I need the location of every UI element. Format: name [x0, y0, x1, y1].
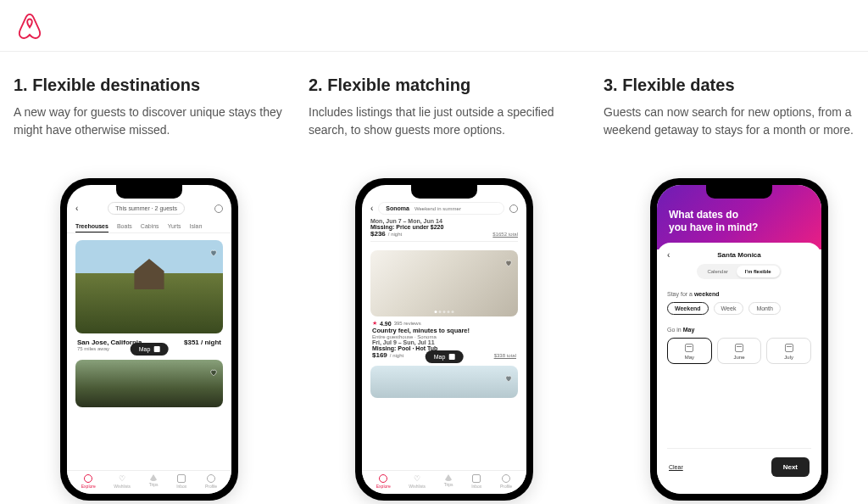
wishlist-heart-icon[interactable]: [504, 255, 513, 264]
phone-screen: ‹ This summer · 2 guests Treehouses Boat…: [67, 185, 231, 494]
map-toggle-button[interactable]: Map: [131, 343, 169, 356]
airbnb-logo-icon[interactable]: [17, 27, 42, 42]
listing-photo[interactable]: [75, 240, 223, 333]
wishlist-heart-icon[interactable]: [209, 365, 218, 373]
calendar-flexible-segment: Calendar I'm flexible: [697, 264, 781, 279]
heart-icon: ♡: [414, 474, 420, 483]
listing-rating: 4.90: [380, 321, 392, 327]
month-july-card[interactable]: July: [766, 338, 811, 364]
stay-month-pill[interactable]: Month: [748, 302, 780, 315]
stay-week-pill[interactable]: Week: [714, 302, 744, 315]
listing-photo-partial[interactable]: [75, 360, 223, 407]
month-may-card[interactable]: May: [667, 338, 712, 364]
profile-icon: [502, 474, 510, 483]
tab-boats[interactable]: Boats: [117, 223, 132, 232]
photo-pager-dots: [435, 311, 454, 313]
nav-inbox[interactable]: Inbox: [176, 474, 186, 489]
sheet-footer: Clear Next: [667, 448, 811, 485]
map-icon: [448, 354, 454, 360]
map-toggle-button[interactable]: Map: [426, 350, 464, 363]
listing-price: $351 / night: [184, 339, 221, 346]
phone-notch: [116, 185, 182, 199]
chat-icon: [177, 474, 186, 483]
filter-icon[interactable]: [214, 204, 223, 213]
phone-mockup-3: What dates do you have in mind? ‹ Santa …: [650, 178, 828, 501]
search-icon: [379, 474, 387, 483]
clear-button[interactable]: Clear: [669, 464, 683, 470]
logo-icon: [444, 474, 453, 481]
bottom-sheet: ‹ Santa Monica Calendar I'm flexible Sta…: [657, 243, 821, 494]
nav-explore[interactable]: Explore: [81, 474, 96, 489]
map-icon: [153, 346, 159, 352]
treehouse-illustration: [131, 259, 168, 289]
nav-wishlists[interactable]: ♡Wishlists: [114, 474, 131, 489]
tab-islands[interactable]: Islan: [190, 223, 203, 232]
listing-total: $338 total: [494, 353, 516, 358]
search-summary-text: This summer · 2 guests: [115, 205, 177, 211]
tab-yurts[interactable]: Yurts: [168, 223, 181, 232]
sheet-title: Santa Monica: [717, 251, 761, 259]
segment-calendar[interactable]: Calendar: [698, 266, 736, 277]
bottom-nav: Explore ♡Wishlists Trips Inbox Profile: [362, 470, 526, 494]
profile-icon: [207, 474, 215, 483]
nav-trips[interactable]: Trips: [444, 474, 453, 489]
listing-dates: Fri, Jul 9 – Sun, Jul 11: [372, 339, 516, 345]
feature-title: 3. Flexible dates: [604, 76, 868, 95]
phone-screen: What dates do you have in mind? ‹ Santa …: [657, 185, 821, 494]
back-icon[interactable]: ‹: [667, 250, 670, 260]
listing-photo-partial[interactable]: [370, 366, 518, 398]
listing-photo[interactable]: [370, 250, 518, 316]
tab-treehouses[interactable]: Treehouses: [75, 223, 108, 232]
feature-col-3: 3. Flexible dates Guests can now search …: [604, 76, 868, 501]
back-icon[interactable]: ‹: [75, 204, 78, 213]
calendar-icon: [685, 344, 693, 352]
chat-icon: [472, 474, 481, 483]
nav-wishlists[interactable]: ♡Wishlists: [409, 474, 426, 489]
feature-desc: A new way for guests to discover unique …: [14, 104, 285, 158]
logo-icon: [149, 474, 158, 481]
tab-cabins[interactable]: Cabins: [141, 223, 159, 232]
search-summary-pill[interactable]: This summer · 2 guests: [108, 202, 185, 215]
nav-profile[interactable]: Profile: [205, 474, 217, 489]
star-icon: ★: [372, 320, 377, 327]
phone-screen: ‹ Sonoma Weekend in summer Mon, Jun 7 – …: [362, 185, 526, 494]
listing-card-partial[interactable]: Mon, Jun 7 – Mon, Jun 14 Missing: Price …: [370, 218, 518, 242]
bottom-nav: Explore ♡Wishlists Trips Inbox Profile: [67, 470, 231, 494]
hero-line-2: you have in mind?: [669, 221, 810, 234]
nav-explore[interactable]: Explore: [376, 474, 391, 489]
phone-notch: [706, 185, 772, 199]
back-icon[interactable]: ‹: [370, 204, 373, 213]
stay-weekend-pill[interactable]: Weekend: [667, 302, 709, 315]
feature-desc: Includes listings that lie just outside …: [309, 104, 580, 158]
feature-col-2: 2. Flexible matching Includes listings t…: [309, 76, 580, 501]
go-in-label: Go in May: [667, 327, 694, 333]
nav-trips[interactable]: Trips: [149, 474, 159, 489]
listing-dates: Mon, Jun 7 – Mon, Jun 14: [370, 218, 518, 224]
phone-notch: [411, 185, 477, 199]
month-june-card[interactable]: June: [717, 338, 762, 364]
phone-mockup-2: ‹ Sonoma Weekend in summer Mon, Jun 7 – …: [355, 178, 533, 501]
phone-mockup-1: ‹ This summer · 2 guests Treehouses Boat…: [60, 178, 238, 501]
site-header: [0, 0, 868, 52]
calendar-icon: [735, 344, 743, 352]
nav-profile[interactable]: Profile: [500, 474, 512, 489]
divider: [67, 232, 231, 233]
nav-inbox[interactable]: Inbox: [471, 474, 481, 489]
listing-title: Country feel, minutes to square!: [372, 327, 516, 334]
segment-flexible[interactable]: I'm flexible: [737, 266, 780, 277]
heart-icon: ♡: [119, 474, 125, 483]
category-tabs: Treehouses Boats Cabins Yurts Islan: [67, 218, 231, 232]
wishlist-heart-icon[interactable]: [209, 245, 218, 254]
month-row: May June July: [667, 338, 811, 364]
search-location: Sonoma: [386, 205, 409, 211]
stay-length-row: Weekend Week Month: [667, 302, 811, 315]
hero-line-1: What dates do: [669, 209, 810, 221]
listing-price: $236: [370, 230, 386, 238]
listing-reviews: 395 reviews: [394, 321, 421, 326]
listing-price: $169: [372, 351, 387, 359]
filter-icon[interactable]: [509, 204, 518, 213]
search-pill[interactable]: Sonoma Weekend in summer: [378, 202, 504, 215]
next-button[interactable]: Next: [771, 457, 810, 477]
search-when: Weekend in summer: [415, 206, 461, 211]
wishlist-heart-icon[interactable]: [504, 371, 513, 379]
